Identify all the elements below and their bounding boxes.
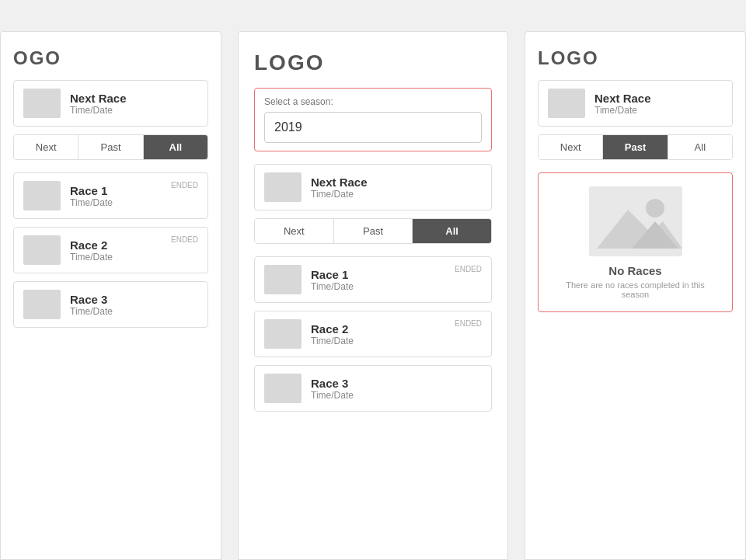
season-selector: Select a season: (254, 88, 492, 151)
center-race-timedate-1: Time/Date (311, 281, 482, 292)
no-races-image (589, 186, 682, 256)
center-race-status-2: ENDED (455, 319, 482, 328)
right-filter-next[interactable]: Next (539, 135, 603, 159)
center-filter-past[interactable]: Past (334, 219, 413, 243)
no-races-title: No Races (608, 264, 661, 277)
no-races-subtitle: There are no races completed in this sea… (551, 280, 720, 299)
center-race-timedate-3: Time/Date (311, 390, 482, 401)
center-next-race-name: Next Race (311, 176, 482, 189)
left-race-thumb-1 (23, 181, 61, 210)
left-race-info-3: Race 3 Time/Date (70, 293, 198, 317)
right-filter-all[interactable]: All (668, 135, 732, 159)
left-race-item-1[interactable]: Race 1 Time/Date ENDED (13, 172, 208, 219)
center-next-race-item[interactable]: Next Race Time/Date (254, 164, 492, 210)
right-next-race-info: Next Race Time/Date (594, 92, 723, 116)
center-logo: LOGO (254, 50, 492, 75)
right-filter-buttons: Next Past All (538, 134, 733, 160)
center-filter-next[interactable]: Next (255, 219, 334, 243)
right-next-race-item[interactable]: Next Race Time/Date (538, 80, 733, 127)
left-race-timedate-3: Time/Date (70, 306, 198, 317)
left-next-race-thumbnail (23, 89, 61, 118)
right-filter-past[interactable]: Past (603, 135, 668, 159)
right-card: LOGO Next Race Time/Date Next Past All N… (525, 31, 746, 560)
svg-point-1 (646, 199, 664, 217)
left-race-status-2: ENDED (171, 235, 198, 244)
left-race-name-3: Race 3 (70, 293, 198, 306)
center-race-thumb-1 (264, 265, 302, 294)
no-races-box: No Races There are no races completed in… (538, 172, 733, 312)
left-filter-next[interactable]: Next (14, 135, 78, 159)
left-next-race-item[interactable]: Next Race Time/Date (13, 80, 208, 127)
left-race-item-2[interactable]: Race 2 Time/Date ENDED (13, 227, 208, 273)
center-race-thumb-2 (264, 319, 302, 349)
left-race-thumb-2 (23, 235, 61, 265)
left-filter-past[interactable]: Past (78, 135, 143, 159)
left-filter-all[interactable]: All (144, 135, 207, 159)
center-race-info-3: Race 3 Time/Date (311, 377, 482, 401)
center-race-item-1[interactable]: Race 1 Time/Date ENDED (254, 256, 492, 303)
center-race-status-1: ENDED (455, 265, 482, 273)
left-filter-buttons: Next Past All (13, 134, 208, 160)
left-race-item-3[interactable]: Race 3 Time/Date (13, 281, 208, 328)
center-race-thumb-3 (264, 374, 302, 403)
right-next-race-thumbnail (548, 89, 585, 118)
center-next-race-timedate: Time/Date (311, 189, 482, 200)
left-card: OGO Next Race Time/Date Next Past All Ra… (0, 31, 221, 560)
right-next-race-timedate: Time/Date (594, 105, 723, 116)
left-next-race-timedate: Time/Date (70, 105, 198, 116)
left-race-status-1: ENDED (171, 181, 198, 190)
center-next-race-info: Next Race Time/Date (311, 176, 482, 200)
left-next-race-info: Next Race Time/Date (70, 92, 198, 116)
center-race-name-3: Race 3 (311, 377, 482, 390)
cards-container: OGO Next Race Time/Date Next Past All Ra… (0, 0, 746, 560)
left-race-timedate-1: Time/Date (70, 197, 198, 208)
center-race-item-2[interactable]: Race 2 Time/Date ENDED (254, 311, 492, 357)
center-filter-all[interactable]: All (413, 219, 491, 243)
center-filter-buttons: Next Past All (254, 218, 492, 244)
right-logo: LOGO (538, 47, 733, 69)
season-input[interactable] (264, 112, 482, 143)
left-next-race-name: Next Race (70, 92, 198, 105)
right-next-race-name: Next Race (594, 92, 723, 105)
center-card: LOGO Select a season: Next Race Time/Dat… (238, 31, 508, 560)
center-next-race-thumbnail (264, 172, 302, 202)
center-race-timedate-2: Time/Date (311, 336, 482, 346)
left-logo: OGO (13, 47, 208, 69)
season-label: Select a season: (264, 96, 482, 107)
left-race-timedate-2: Time/Date (70, 252, 198, 263)
left-race-thumb-3 (23, 290, 61, 319)
center-race-item-3[interactable]: Race 3 Time/Date (254, 365, 492, 412)
